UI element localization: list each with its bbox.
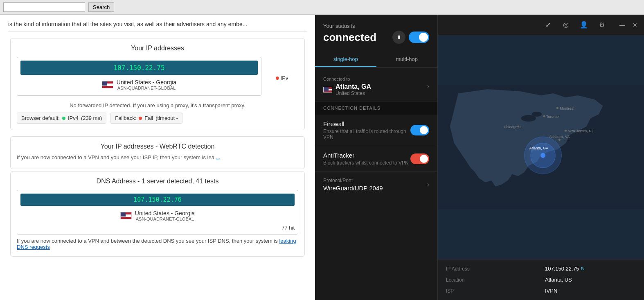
ip-address-label: IP Address	[446, 264, 537, 274]
antitracker-info: AntiTracker Block trackers whilst connec…	[323, 152, 409, 166]
refresh-icon[interactable]: ↻	[581, 266, 585, 272]
us-flag-icon	[102, 81, 113, 88]
ipv-partial-text: IPv	[281, 75, 288, 81]
fallback-label: Fallback:	[115, 115, 136, 121]
ipv-partial-box: IPv	[266, 57, 298, 99]
vpn-map: ⤢ ◎ 👤 ⚙ — ✕	[438, 15, 644, 300]
protocol-chevron-icon: ›	[427, 181, 429, 188]
webrtc-section: Your IP addresses - WebRTC detection If …	[10, 136, 305, 169]
protocol-row[interactable]: Protocol/Port WireGuard/UDP 2049 ›	[315, 172, 437, 197]
svg-point-9	[565, 130, 567, 132]
svg-text:Ashburn, VA: Ashburn, VA	[549, 135, 570, 139]
browser-default-badge: Browser default: IPv4 (239 ms)	[17, 113, 106, 124]
map-info-box: IP Address 107.150.22.75 ↻ Location Atla…	[438, 259, 644, 300]
hop-tabs: single-hop multi-hop	[315, 52, 437, 68]
svg-text:Atlanta, GA: Atlanta, GA	[529, 146, 549, 150]
svg-text:Toronto: Toronto	[546, 115, 558, 119]
close-button[interactable]: ✕	[630, 21, 640, 29]
window-controls: — ✕	[617, 21, 640, 29]
collapse-icon: ⤢	[545, 21, 551, 29]
svg-point-15	[540, 153, 545, 158]
fallback-dot	[139, 117, 142, 120]
firewall-row: Firewall Ensure that all traffic is rout…	[315, 115, 437, 146]
status-connected: connected	[323, 31, 376, 44]
antitracker-row: AntiTracker Block trackers whilst connec…	[315, 146, 437, 172]
protocol-info: Protocol/Port WireGuard/UDP 2049	[323, 178, 383, 192]
fallback-detail: (timeout -	[155, 115, 178, 121]
browser-default-label: Browser default:	[21, 115, 60, 121]
webrtc-link[interactable]: ...	[216, 154, 221, 160]
svg-text:Chicago, IL: Chicago, IL	[504, 125, 522, 129]
protocol-value: WireGuard/UDP 2049	[323, 185, 383, 192]
connected-location: Atlanta, GA United States	[323, 83, 371, 96]
location-label: Location	[446, 275, 537, 285]
antitracker-name: AntiTracker	[323, 152, 409, 159]
connection-toggle[interactable]	[409, 32, 429, 43]
dns-location-row: United States - Georgia ASN-QUADRANET-GL…	[20, 208, 295, 223]
settings-icon: ⚙	[599, 21, 605, 29]
dns-section: DNS Address - 1 server detected, 41 test…	[10, 171, 305, 257]
svg-point-11	[558, 139, 561, 141]
fallback-status: Fail	[144, 115, 153, 121]
firewall-toggle[interactable]	[410, 125, 429, 135]
dns-location-info: United States - Georgia ASN-QUADRANET-GL…	[135, 210, 195, 221]
svg-text:Montreal: Montreal	[560, 106, 574, 111]
firewall-info: Firewall Ensure that all traffic is rout…	[323, 120, 410, 140]
settings-button[interactable]: ⚙	[595, 18, 609, 32]
browser-bar: Search	[0, 0, 644, 15]
location-value: Atlanta, US	[545, 275, 636, 285]
location-asn: ASN-QUADRANET-GLOBAL	[117, 86, 176, 90]
dns-leak-text: If you are now connected to a VPN and be…	[17, 238, 298, 250]
firewall-name: Firewall	[323, 120, 410, 127]
collapse-map-button[interactable]: ⤢	[541, 18, 555, 32]
map-svg: Montreal Toronto Chicago, IL New Jersey,…	[438, 35, 644, 259]
multi-hop-tab[interactable]: multi-hop	[376, 52, 438, 67]
minimize-button[interactable]: —	[617, 21, 628, 29]
connected-country: United States	[336, 90, 371, 96]
fallback-badge: Fallback: Fail (timeout -	[110, 113, 182, 124]
location-flag-icon	[323, 87, 332, 92]
no-forward-text: No forwarded IP detected. If you are usi…	[17, 102, 298, 108]
user-button[interactable]: 👤	[577, 18, 591, 32]
vpn-overlay: Your status is connected ⏸ single-hop mu…	[315, 15, 644, 300]
webrtc-title: Your IP addresses - WebRTC detection	[17, 143, 298, 150]
pause-button[interactable]: ⏸	[392, 31, 405, 44]
antitracker-desc: Block trackers whilst connected to VPN	[323, 160, 409, 166]
connected-to-section[interactable]: Connected to Atlanta, GA United States ›	[315, 72, 437, 102]
ip-section: Your IP addresses 107.150.22.75 United S…	[10, 38, 305, 130]
protocol-label: Protocol/Port	[323, 178, 383, 183]
globe-icon: ◎	[563, 21, 569, 29]
map-toolbar: ⤢ ◎ 👤 ⚙ — ✕	[438, 15, 644, 35]
ipv-dot	[276, 77, 279, 80]
connected-to-label: Connected to	[323, 77, 371, 81]
svg-point-2	[532, 112, 542, 117]
dns-title: DNS Address - 1 server detected, 41 test…	[17, 178, 298, 185]
ip-section-title: Your IP addresses	[17, 45, 298, 52]
globe-button[interactable]: ◎	[559, 18, 573, 32]
main-content: is the kind of information that all the …	[0, 15, 644, 300]
svg-text:New Jersey, NJ: New Jersey, NJ	[568, 129, 594, 133]
dns-flag-icon	[120, 212, 132, 219]
location-name: United States - Georgia	[117, 79, 176, 86]
vpn-header: Your status is connected ⏸	[315, 15, 437, 48]
dns-location-asn: ASN-QUADRANET-GLOBAL	[135, 217, 195, 221]
location-info: United States - Georgia ASN-QUADRANET-GL…	[117, 79, 176, 90]
ip-address-value: 107.150.22.75 ↻	[545, 264, 636, 274]
intro-text: is the kind of information that all the …	[8, 15, 307, 32]
hit-count: 77 hit	[20, 225, 295, 231]
single-hop-tab[interactable]: single-hop	[315, 52, 376, 67]
search-button[interactable]: Search	[88, 2, 114, 12]
connected-city: Atlanta, GA	[336, 83, 371, 90]
firewall-desc: Ensure that all traffic is routed throug…	[323, 129, 410, 140]
user-icon: 👤	[580, 21, 588, 29]
url-input[interactable]	[3, 2, 85, 12]
antitracker-toggle[interactable]	[410, 153, 429, 164]
status-row: connected ⏸	[323, 31, 429, 44]
map-svg-container: Montreal Toronto Chicago, IL New Jersey,…	[438, 35, 644, 259]
svg-point-5	[543, 115, 545, 117]
ip-display: 107.150.22.75	[20, 61, 258, 75]
web-page: is the kind of information that all the …	[0, 15, 315, 300]
dns-location-name: United States - Georgia	[135, 210, 195, 217]
dns-ip-display: 107.150.22.76	[20, 194, 295, 206]
isp-value: IVPN	[545, 286, 636, 296]
